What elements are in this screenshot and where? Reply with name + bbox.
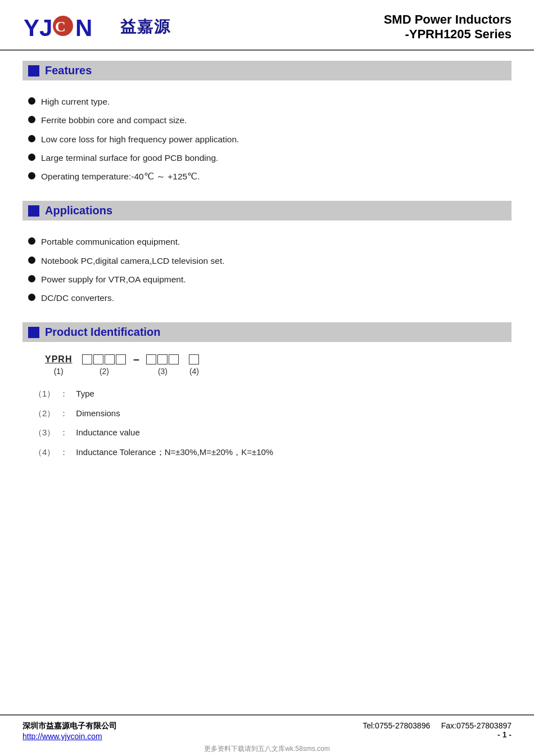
footer: 深圳市益嘉源电子有限公司 http://www.yjycoin.com Tel:…: [0, 714, 534, 756]
list-item: Notebook PC,digital camera,LCD televisio…: [28, 254, 512, 267]
pid-part3-boxes: [146, 354, 179, 364]
application-item-text: Portable communication equipment.: [41, 235, 180, 248]
footer-website-link[interactable]: http://www.yjycoin.com: [22, 732, 102, 741]
list-item: High current type.: [28, 95, 512, 108]
pid-desc-colon: ：: [60, 426, 68, 439]
pid-box: [169, 354, 179, 364]
footer-fax: Fax:0755-27803897: [441, 721, 512, 730]
bullet-dot-icon: [28, 97, 35, 105]
footer-page-number: - 1 -: [363, 730, 512, 739]
applications-title: Applications: [45, 204, 112, 217]
product-id-title: Product Identification: [45, 326, 161, 339]
header-title: SMD Power Inductors -YPRH1205 Series: [384, 12, 512, 42]
bullet-dot-icon: [28, 172, 35, 179]
pid-part1-text: YPRH: [45, 354, 72, 364]
features-section-bar: Features: [22, 61, 512, 80]
pid-box: [105, 354, 115, 364]
feature-item-text: Operating temperature:-40℃ ～ +125℃.: [41, 170, 200, 183]
pid-box: [189, 354, 199, 364]
feature-item-text: Low core loss for high frequency power a…: [41, 133, 239, 146]
svg-text:J: J: [39, 15, 52, 41]
product-id-section-bar: Product Identification: [22, 322, 512, 342]
logo-chinese-text: 益嘉源: [120, 16, 171, 38]
application-item-text: DC/DC converters.: [41, 291, 114, 304]
list-item: Ferrite bobbin core and compact size.: [28, 114, 512, 127]
product-id-diagram: YPRH (1) (2) －: [45, 352, 512, 377]
list-item: DC/DC converters.: [28, 291, 512, 304]
pid-box: [146, 354, 156, 364]
svg-text:N: N: [75, 15, 92, 41]
pid-part2-segment: (2): [82, 354, 126, 376]
footer-tel: Tel:0755-27803896: [363, 721, 430, 730]
pid-desc-item: （4） ： Inductance Tolerance；N=±30%,M=±20%…: [34, 446, 512, 459]
bullet-dot-icon: [28, 294, 35, 301]
pid-part2-label: (2): [99, 367, 109, 376]
applications-icon: [28, 205, 39, 217]
list-item: Large terminal surface for good PCB bond…: [28, 151, 512, 164]
pid-part4-boxes: [189, 354, 199, 364]
pid-desc-colon: ：: [60, 388, 68, 400]
svg-text:Y: Y: [24, 15, 39, 41]
pid-part1-label: (1): [54, 367, 64, 376]
list-item: Portable communication equipment.: [28, 235, 512, 248]
pid-part3-segment: (3): [146, 354, 179, 376]
features-title: Features: [45, 64, 92, 77]
footer-right: Tel:0755-27803896 Fax:0755-27803897 - 1 …: [363, 721, 512, 739]
footer-watermark: 更多资料下载请到五八文库wk.58sms.com: [22, 744, 512, 754]
pid-desc-text: Inductance value: [76, 426, 139, 439]
footer-main-row: 深圳市益嘉源电子有限公司 http://www.yjycoin.com Tel:…: [22, 721, 512, 741]
svg-text:C: C: [55, 19, 66, 35]
pid-desc-colon: ：: [60, 407, 68, 420]
pid-box: [93, 354, 103, 364]
application-item-text: Power supply for VTR,OA equipment.: [41, 273, 186, 286]
pid-part3-label: (3): [158, 367, 168, 376]
footer-contact: Tel:0755-27803896 Fax:0755-27803897: [363, 721, 512, 730]
footer-company-name: 深圳市益嘉源电子有限公司: [22, 721, 117, 731]
bullet-dot-icon: [28, 275, 35, 282]
application-item-text: Notebook PC,digital camera,LCD televisio…: [41, 254, 225, 267]
pid-desc-item: （1） ： Type: [34, 388, 512, 400]
pid-box: [157, 354, 168, 364]
pid-box: [116, 354, 126, 364]
pid-desc-num: （4）: [34, 446, 55, 459]
bullet-dot-icon: [28, 237, 35, 245]
pid-part1-segment: YPRH (1): [45, 354, 72, 376]
pid-desc-text: Inductance Tolerance；N=±30%,M=±20%，K=±10…: [76, 446, 273, 459]
header-title-line2: -YPRH1205 Series: [384, 27, 512, 42]
pid-desc-num: （1）: [34, 388, 55, 400]
pid-part2-boxes: [82, 354, 126, 364]
pid-desc-num: （3）: [34, 426, 55, 439]
pid-desc-text: Type: [76, 388, 94, 400]
header-title-line1: SMD Power Inductors: [384, 12, 512, 27]
bullet-dot-icon: [28, 135, 35, 142]
bullet-dot-icon: [28, 116, 35, 123]
applications-section-bar: Applications: [22, 201, 512, 220]
pid-desc-colon: ：: [60, 446, 68, 459]
product-id-icon: [28, 327, 39, 338]
applications-list: Portable communication equipment. Notebo…: [22, 227, 512, 312]
footer-left: 深圳市益嘉源电子有限公司 http://www.yjycoin.com: [22, 721, 117, 741]
pid-part4-label: (4): [189, 367, 199, 376]
list-item: Low core loss for high frequency power a…: [28, 133, 512, 146]
feature-item-text: Ferrite bobbin core and compact size.: [41, 114, 187, 127]
page-wrapper: Y J C N 益嘉源 SMD Power Inductors -YPRH120…: [0, 0, 534, 756]
bullet-dot-icon: [28, 154, 35, 161]
pid-desc-text: Dimensions: [76, 407, 120, 420]
bullet-dot-icon: [28, 256, 35, 264]
pid-dash: －: [130, 352, 142, 377]
features-list: High current type. Ferrite bobbin core a…: [22, 87, 512, 191]
company-logo-icon: Y J C N: [22, 12, 112, 42]
list-item: Operating temperature:-40℃ ～ +125℃.: [28, 170, 512, 183]
pid-part4-segment: (4): [189, 354, 199, 376]
pid-boxes-row: YPRH (1) (2) －: [45, 352, 512, 377]
content-area: Features High current type. Ferrite bobb…: [0, 51, 534, 714]
pid-desc-item: （3） ： Inductance value: [34, 426, 512, 439]
pid-descriptions-list: （1） ： Type （2） ： Dimensions （3） ： Induct…: [34, 388, 512, 458]
features-icon: [28, 65, 39, 76]
pid-desc-item: （2） ： Dimensions: [34, 407, 512, 420]
pid-desc-num: （2）: [34, 407, 55, 420]
logo-area: Y J C N 益嘉源: [22, 12, 171, 42]
list-item: Power supply for VTR,OA equipment.: [28, 273, 512, 286]
header: Y J C N 益嘉源 SMD Power Inductors -YPRH120…: [0, 0, 534, 51]
feature-item-text: High current type.: [41, 95, 110, 108]
